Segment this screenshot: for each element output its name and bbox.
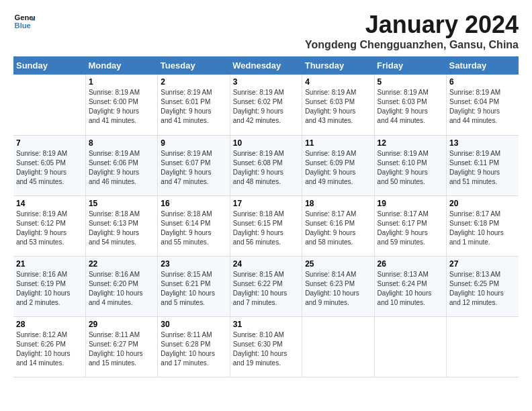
week-row-0: 1Sunrise: 8:19 AM Sunset: 6:00 PM Daylig… <box>13 75 519 135</box>
calendar-cell: 3Sunrise: 8:19 AM Sunset: 6:02 PM Daylig… <box>230 75 302 135</box>
day-info: Sunrise: 8:17 AM Sunset: 6:17 PM Dayligh… <box>378 210 443 247</box>
calendar-cell: 6Sunrise: 8:19 AM Sunset: 6:04 PM Daylig… <box>447 75 519 135</box>
day-info: Sunrise: 8:19 AM Sunset: 6:10 PM Dayligh… <box>378 149 443 187</box>
header: General Blue January 2024 Yongdeng Cheng… <box>13 11 519 51</box>
day-number: 20 <box>449 199 516 208</box>
calendar-cell <box>302 316 374 377</box>
day-number: 11 <box>305 138 371 148</box>
calendar-cell: 27Sunrise: 8:13 AM Sunset: 6:25 PM Dayli… <box>447 256 519 316</box>
day-info: Sunrise: 8:19 AM Sunset: 6:01 PM Dayligh… <box>161 88 226 126</box>
calendar-cell: 8Sunrise: 8:19 AM Sunset: 6:06 PM Daylig… <box>85 135 157 195</box>
day-info: Sunrise: 8:19 AM Sunset: 6:07 PM Dayligh… <box>161 149 226 187</box>
calendar-cell: 21Sunrise: 8:16 AM Sunset: 6:19 PM Dayli… <box>13 256 85 316</box>
page-title: January 2024 <box>305 11 519 39</box>
calendar-cell: 25Sunrise: 8:14 AM Sunset: 6:23 PM Dayli… <box>302 256 374 316</box>
day-number: 31 <box>233 320 299 329</box>
calendar-body: 1Sunrise: 8:19 AM Sunset: 6:00 PM Daylig… <box>13 75 519 377</box>
day-info: Sunrise: 8:18 AM Sunset: 6:14 PM Dayligh… <box>161 210 226 247</box>
day-info: Sunrise: 8:14 AM Sunset: 6:23 PM Dayligh… <box>305 270 371 308</box>
day-info: Sunrise: 8:16 AM Sunset: 6:20 PM Dayligh… <box>89 270 154 308</box>
day-info: Sunrise: 8:16 AM Sunset: 6:19 PM Dayligh… <box>16 270 83 308</box>
calendar-cell: 18Sunrise: 8:17 AM Sunset: 6:16 PM Dayli… <box>302 195 374 256</box>
calendar-cell: 22Sunrise: 8:16 AM Sunset: 6:20 PM Dayli… <box>85 256 157 316</box>
day-info: Sunrise: 8:17 AM Sunset: 6:16 PM Dayligh… <box>305 210 371 247</box>
day-number: 3 <box>233 77 299 87</box>
day-info: Sunrise: 8:10 AM Sunset: 6:30 PM Dayligh… <box>233 330 299 368</box>
header-cell-monday: Monday <box>85 56 157 75</box>
day-number: 2 <box>161 77 226 87</box>
day-info: Sunrise: 8:19 AM Sunset: 6:11 PM Dayligh… <box>449 149 516 187</box>
day-info: Sunrise: 8:13 AM Sunset: 6:24 PM Dayligh… <box>378 270 443 308</box>
week-row-4: 28Sunrise: 8:12 AM Sunset: 6:26 PM Dayli… <box>13 316 519 377</box>
day-info: Sunrise: 8:19 AM Sunset: 6:08 PM Dayligh… <box>233 149 299 187</box>
day-info: Sunrise: 8:19 AM Sunset: 6:03 PM Dayligh… <box>378 88 443 126</box>
day-info: Sunrise: 8:11 AM Sunset: 6:28 PM Dayligh… <box>161 330 226 368</box>
day-number: 8 <box>89 138 154 148</box>
calendar-cell: 28Sunrise: 8:12 AM Sunset: 6:26 PM Dayli… <box>13 316 85 377</box>
calendar-cell: 29Sunrise: 8:11 AM Sunset: 6:27 PM Dayli… <box>85 316 157 377</box>
header-cell-wednesday: Wednesday <box>230 56 302 75</box>
day-info: Sunrise: 8:11 AM Sunset: 6:27 PM Dayligh… <box>89 330 154 368</box>
calendar-cell: 5Sunrise: 8:19 AM Sunset: 6:03 PM Daylig… <box>374 75 446 135</box>
calendar-cell: 24Sunrise: 8:15 AM Sunset: 6:22 PM Dayli… <box>230 256 302 316</box>
calendar-cell: 26Sunrise: 8:13 AM Sunset: 6:24 PM Dayli… <box>374 256 446 316</box>
day-info: Sunrise: 8:17 AM Sunset: 6:18 PM Dayligh… <box>449 210 516 247</box>
calendar-cell: 14Sunrise: 8:19 AM Sunset: 6:12 PM Dayli… <box>13 195 85 256</box>
calendar-cell: 16Sunrise: 8:18 AM Sunset: 6:14 PM Dayli… <box>158 195 230 256</box>
header-cell-friday: Friday <box>374 56 446 75</box>
logo-icon: General Blue <box>13 11 35 32</box>
day-info: Sunrise: 8:19 AM Sunset: 6:05 PM Dayligh… <box>16 149 83 187</box>
day-info: Sunrise: 8:18 AM Sunset: 6:15 PM Dayligh… <box>233 210 299 247</box>
day-number: 5 <box>378 77 443 87</box>
calendar-cell: 7Sunrise: 8:19 AM Sunset: 6:05 PM Daylig… <box>13 135 85 195</box>
logo: General Blue <box>13 11 35 32</box>
header-row: SundayMondayTuesdayWednesdayThursdayFrid… <box>13 56 519 75</box>
calendar-cell: 9Sunrise: 8:19 AM Sunset: 6:07 PM Daylig… <box>158 135 230 195</box>
day-number: 15 <box>89 199 154 208</box>
day-number: 18 <box>305 199 371 208</box>
day-number: 28 <box>16 320 83 329</box>
day-number: 23 <box>161 259 226 269</box>
calendar-cell: 13Sunrise: 8:19 AM Sunset: 6:11 PM Dayli… <box>447 135 519 195</box>
calendar-cell: 2Sunrise: 8:19 AM Sunset: 6:01 PM Daylig… <box>158 75 230 135</box>
day-number: 10 <box>233 138 299 148</box>
day-number: 21 <box>16 259 83 269</box>
calendar-cell <box>13 75 85 135</box>
day-info: Sunrise: 8:13 AM Sunset: 6:25 PM Dayligh… <box>449 270 516 308</box>
day-info: Sunrise: 8:19 AM Sunset: 6:00 PM Dayligh… <box>89 88 154 126</box>
day-info: Sunrise: 8:15 AM Sunset: 6:22 PM Dayligh… <box>233 270 299 308</box>
header-cell-thursday: Thursday <box>302 56 374 75</box>
day-number: 19 <box>378 199 443 208</box>
day-number: 22 <box>89 259 154 269</box>
day-info: Sunrise: 8:18 AM Sunset: 6:13 PM Dayligh… <box>89 210 154 247</box>
day-number: 1 <box>89 77 154 87</box>
day-info: Sunrise: 8:12 AM Sunset: 6:26 PM Dayligh… <box>16 330 83 368</box>
day-info: Sunrise: 8:19 AM Sunset: 6:02 PM Dayligh… <box>233 88 299 126</box>
calendar-cell: 10Sunrise: 8:19 AM Sunset: 6:08 PM Dayli… <box>230 135 302 195</box>
calendar-cell: 4Sunrise: 8:19 AM Sunset: 6:03 PM Daylig… <box>302 75 374 135</box>
week-row-1: 7Sunrise: 8:19 AM Sunset: 6:05 PM Daylig… <box>13 135 519 195</box>
day-number: 16 <box>161 199 226 208</box>
day-info: Sunrise: 8:19 AM Sunset: 6:09 PM Dayligh… <box>305 149 371 187</box>
calendar-table: SundayMondayTuesdayWednesdayThursdayFrid… <box>13 56 519 377</box>
day-number: 17 <box>233 199 299 208</box>
calendar-cell: 20Sunrise: 8:17 AM Sunset: 6:18 PM Dayli… <box>447 195 519 256</box>
day-number: 14 <box>16 199 83 208</box>
day-number: 27 <box>449 259 516 269</box>
subtitle: Yongdeng Chengguanzhen, Gansu, China <box>305 39 519 51</box>
day-number: 30 <box>161 320 226 329</box>
day-number: 25 <box>305 259 371 269</box>
calendar-cell <box>447 316 519 377</box>
day-info: Sunrise: 8:19 AM Sunset: 6:04 PM Dayligh… <box>449 88 516 126</box>
svg-text:Blue: Blue <box>15 21 31 30</box>
header-cell-sunday: Sunday <box>13 56 85 75</box>
calendar-cell: 12Sunrise: 8:19 AM Sunset: 6:10 PM Dayli… <box>374 135 446 195</box>
calendar-header: SundayMondayTuesdayWednesdayThursdayFrid… <box>13 56 519 75</box>
title-area: January 2024 Yongdeng Chengguanzhen, Gan… <box>305 11 519 51</box>
header-cell-tuesday: Tuesday <box>158 56 230 75</box>
day-info: Sunrise: 8:19 AM Sunset: 6:12 PM Dayligh… <box>16 210 83 247</box>
calendar-cell: 23Sunrise: 8:15 AM Sunset: 6:21 PM Dayli… <box>158 256 230 316</box>
header-cell-saturday: Saturday <box>447 56 519 75</box>
day-number: 29 <box>89 320 154 329</box>
calendar-cell: 15Sunrise: 8:18 AM Sunset: 6:13 PM Dayli… <box>85 195 157 256</box>
